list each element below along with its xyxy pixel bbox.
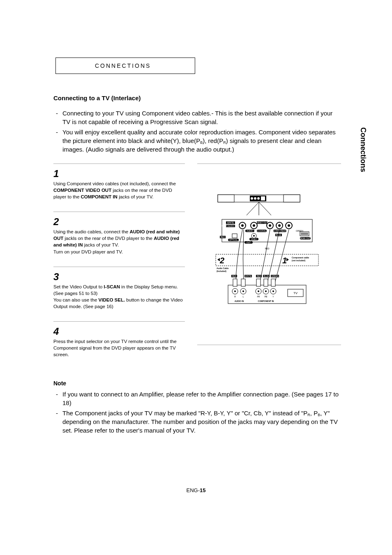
svg-text:VIDEO OUT: VIDEO OUT xyxy=(256,221,268,224)
svg-rect-1 xyxy=(218,195,234,202)
svg-text:Audio Cable: Audio Cable xyxy=(217,267,228,269)
svg-text:HDMI OUT: HDMI OUT xyxy=(300,237,311,240)
svg-text:VIDEO: VIDEO xyxy=(251,238,257,240)
svg-text:GREEN: GREEN xyxy=(296,230,303,232)
step-number: 4 xyxy=(53,326,185,337)
step-text: Press the input selector on your TV remo… xyxy=(53,338,185,358)
svg-rect-72 xyxy=(241,279,245,286)
svg-text:(Included): (Included) xyxy=(217,270,226,272)
page-subtitle: Connecting to a TV (Interlace) xyxy=(53,94,341,101)
svg-point-79 xyxy=(242,290,244,292)
step-number: 1 xyxy=(53,168,185,180)
svg-point-85 xyxy=(272,290,274,292)
svg-text:COMPONENT: COMPONENT xyxy=(273,230,287,232)
svg-point-19 xyxy=(288,224,290,227)
step-text: Set the Video Output to I-SCAN in the Di… xyxy=(53,283,185,310)
svg-rect-7 xyxy=(261,196,265,200)
step: 4 Press the input selector on your TV re… xyxy=(53,321,185,369)
subscript: B xyxy=(318,413,320,417)
note-section: Note If you want to connect to an Amplif… xyxy=(53,380,341,435)
svg-text:2: 2 xyxy=(219,256,224,265)
page-content: Connecting to a TV (Interlace) Connectin… xyxy=(53,94,341,435)
step: 1 Using Component video cables (not incl… xyxy=(53,164,185,212)
note-item: The Component jacks of your TV may be ma… xyxy=(53,409,341,435)
step: 3 Set the Video Output to I-SCAN in the … xyxy=(53,267,185,321)
svg-text:RED: RED xyxy=(257,275,261,277)
svg-text:RED: RED xyxy=(221,236,225,238)
svg-text:COAXIAL: COAXIAL xyxy=(257,230,266,232)
svg-text:TV: TV xyxy=(293,291,298,295)
svg-text:PB: PB xyxy=(265,295,267,298)
svg-text:PR: PR xyxy=(257,295,260,298)
svg-text:1: 1 xyxy=(282,256,287,265)
svg-text:R: R xyxy=(234,295,236,298)
svg-text:WHITE: WHITE xyxy=(245,275,252,277)
svg-text:L: L xyxy=(243,295,244,298)
footer-page-num: 15 xyxy=(200,487,205,493)
svg-text:WHITE: WHITE xyxy=(227,221,234,224)
svg-text:Component cable: Component cable xyxy=(292,256,309,259)
svg-point-13 xyxy=(253,224,255,227)
section-header-box: CONNECTIONS xyxy=(55,58,195,74)
intro-text: Connecting to your TV using Component vi… xyxy=(62,110,332,125)
svg-rect-23 xyxy=(301,233,308,235)
step-number: 2 xyxy=(53,216,185,228)
svg-point-6 xyxy=(257,197,260,200)
svg-point-4 xyxy=(251,197,253,200)
svg-text:GREEN: GREEN xyxy=(271,275,279,277)
step: 2 Using the audio cables, connect the AU… xyxy=(53,212,185,266)
section-header-text: CONNECTIONS xyxy=(95,62,151,69)
svg-point-77 xyxy=(234,290,236,292)
svg-point-15 xyxy=(269,224,271,227)
svg-point-17 xyxy=(278,224,281,227)
svg-rect-2 xyxy=(284,195,300,202)
svg-text:OUT: OUT xyxy=(247,241,251,244)
intro-list: Connecting to your TV using Component vi… xyxy=(53,109,341,154)
connection-diagram: WHITE 5.1CH AUDIO OUT AUDIO COAXIAL VIDE… xyxy=(212,193,327,316)
svg-rect-74 xyxy=(264,279,268,286)
svg-text:AUDIO: AUDIO xyxy=(247,230,253,232)
svg-rect-71 xyxy=(233,279,237,286)
svg-text:5.1CH AUDIO OUT: 5.1CH AUDIO OUT xyxy=(221,225,239,227)
svg-text:COMPONENT IN: COMPONENT IN xyxy=(258,300,274,302)
step-number: 3 xyxy=(53,271,185,283)
note-item: If you want to connect to an Amplifier, … xyxy=(53,390,341,407)
intro-text-mid: ), red(P xyxy=(203,137,223,144)
svg-text:BLUE: BLUE xyxy=(263,275,269,277)
intro-item: You will enjoy excellent quality and acc… xyxy=(53,128,341,154)
svg-text:BLUE: BLUE xyxy=(276,234,281,236)
footer-prefix: ENG- xyxy=(187,487,200,493)
note-text-prefix: The Component jacks of your TV may be ma… xyxy=(62,410,307,417)
two-column-layout: 1 Using Component video cables (not incl… xyxy=(53,164,341,369)
steps-column: 1 Using Component video cables (not incl… xyxy=(53,164,185,369)
svg-text:RED: RED xyxy=(265,247,270,250)
note-text-mid: , P xyxy=(310,410,318,417)
step-text: Using the audio cables, connect the AUDI… xyxy=(53,228,185,255)
svg-text:RED: RED xyxy=(232,275,237,277)
step-text: Using Component video cables (not includ… xyxy=(53,180,185,200)
side-tab: Connections xyxy=(359,127,367,172)
subscript: R xyxy=(223,140,226,145)
svg-point-11 xyxy=(241,224,244,227)
svg-point-83 xyxy=(265,290,267,292)
svg-marker-53 xyxy=(217,258,220,261)
svg-point-5 xyxy=(254,197,256,200)
svg-text:OPTICAL: OPTICAL xyxy=(229,239,238,241)
svg-rect-75 xyxy=(271,279,275,286)
diagram-column: WHITE 5.1CH AUDIO OUT AUDIO COAXIAL VIDE… xyxy=(197,164,341,345)
page-footer: ENG-15 xyxy=(0,487,392,493)
svg-point-81 xyxy=(258,290,259,292)
svg-point-21 xyxy=(253,235,255,237)
subscript: B xyxy=(200,140,203,145)
note-title: Note xyxy=(53,380,341,387)
svg-text:AUDIO IN: AUDIO IN xyxy=(235,300,244,302)
note-text: If you want to connect to an Amplifier, … xyxy=(62,391,339,406)
svg-marker-55 xyxy=(286,258,289,261)
intro-item: Connecting to your TV using Component vi… xyxy=(53,109,341,126)
svg-text:(not included): (not included) xyxy=(292,259,305,262)
subscript: R xyxy=(307,413,310,417)
svg-rect-73 xyxy=(256,279,261,286)
